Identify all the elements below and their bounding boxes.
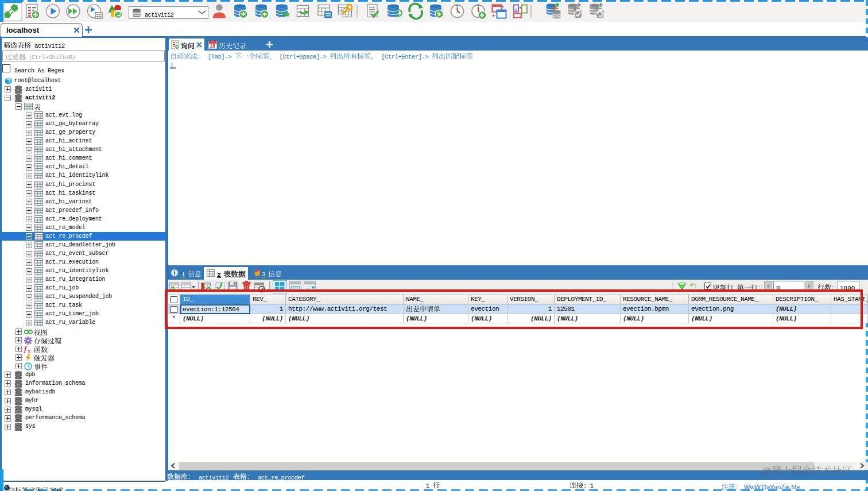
svg-text:f: f — [24, 345, 28, 353]
svg-text:18: 18 — [210, 43, 216, 49]
svg-text:x: x — [28, 348, 31, 353]
